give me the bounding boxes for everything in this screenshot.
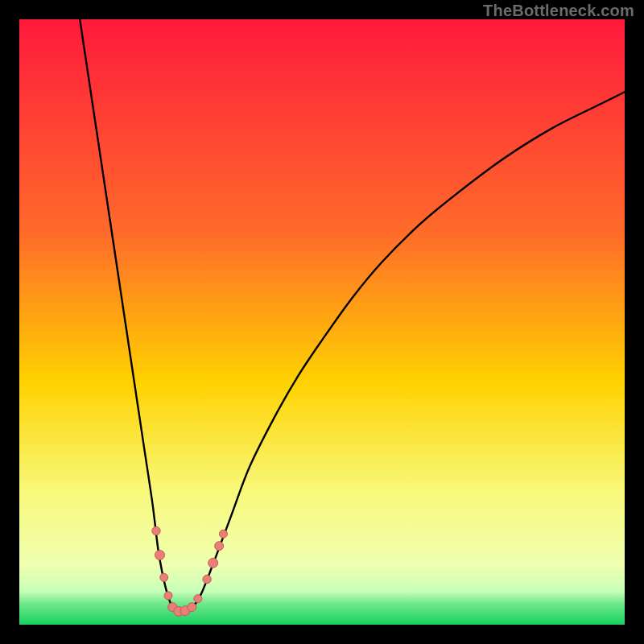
bottleneck-chart <box>19 19 625 625</box>
chart-frame <box>19 19 625 625</box>
curve-marker <box>164 592 172 600</box>
curve-marker <box>203 575 211 583</box>
chart-background <box>19 19 625 625</box>
curve-marker <box>152 526 160 535</box>
curve-marker <box>155 551 164 560</box>
curve-marker <box>194 595 202 603</box>
curve-marker <box>219 530 227 538</box>
curve-marker <box>188 603 196 612</box>
watermark-text: TheBottleneck.com <box>483 2 634 20</box>
curve-marker <box>215 542 224 551</box>
curve-marker <box>208 558 218 568</box>
curve-marker <box>160 573 168 581</box>
